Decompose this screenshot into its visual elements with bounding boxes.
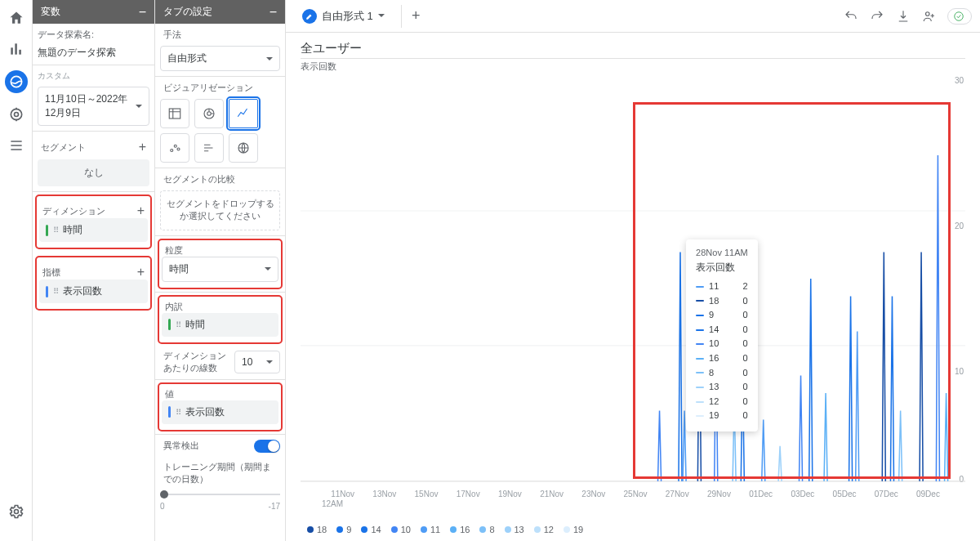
svg-point-12 xyxy=(177,148,180,150)
breakdown-chip-time[interactable]: ⠿ 時間 xyxy=(162,313,278,337)
variables-panel-title: 変数 xyxy=(41,5,60,19)
x-axis-ticks: 11Nov13Nov15Nov17Nov19Nov21Nov23Nov25Nov… xyxy=(322,490,949,499)
tooltip-row: 112 xyxy=(696,279,748,294)
breakdown-chip-label: 時間 xyxy=(185,318,205,332)
metric-chip-impressions[interactable]: ⠿ 表示回数 xyxy=(39,279,148,303)
svg-point-6 xyxy=(14,510,18,514)
x-tick: 15Nov xyxy=(405,490,447,499)
segments-none-card[interactable]: なし xyxy=(38,159,149,186)
legend-item[interactable]: 12 xyxy=(534,525,554,534)
value-chip-impressions[interactable]: ⠿ 表示回数 xyxy=(162,400,278,424)
training-period-slider[interactable] xyxy=(160,494,280,495)
metric-chip-label: 表示回数 xyxy=(63,284,102,298)
legend-item[interactable]: 9 xyxy=(336,525,351,534)
date-range-picker[interactable]: 11月10日～2022年12月9日 xyxy=(38,87,149,126)
granularity-select[interactable]: 時間 xyxy=(162,257,278,282)
redo-button[interactable] xyxy=(869,8,885,25)
x-tick: 19Nov xyxy=(489,490,531,499)
viz-scatter-button[interactable] xyxy=(160,133,189,163)
edit-icon xyxy=(302,9,317,24)
share-button[interactable] xyxy=(921,8,938,25)
x-tick: 17Nov xyxy=(448,490,489,499)
sampling-status-chip[interactable] xyxy=(947,8,972,25)
x-tick: 23Nov xyxy=(572,490,614,499)
legend-item[interactable]: 16 xyxy=(450,525,470,534)
viz-donut-button[interactable] xyxy=(194,99,224,128)
anomaly-detection-toggle[interactable] xyxy=(254,440,280,453)
segment-compare-label: セグメントの比較 xyxy=(160,173,280,186)
chevron-down-icon xyxy=(378,14,385,20)
chip-accent xyxy=(168,406,171,418)
granularity-label: 粒度 xyxy=(162,244,278,257)
svg-point-14 xyxy=(926,11,930,16)
legend-item[interactable]: 19 xyxy=(564,525,583,534)
add-metric-button[interactable]: + xyxy=(137,265,145,279)
exploration-name[interactable]: 無題のデータ探索 xyxy=(38,46,149,60)
chart-subtitle: 表示回数 xyxy=(301,60,965,73)
legend-item[interactable]: 10 xyxy=(391,525,411,534)
x-tick: 29Nov xyxy=(698,490,740,499)
x-tick: 27Nov xyxy=(657,490,698,499)
undo-button[interactable] xyxy=(843,8,859,25)
viz-table-button[interactable] xyxy=(160,99,189,128)
lines-per-dim-select[interactable]: 10 xyxy=(234,351,280,373)
canvas-tab-name: 自由形式 1 xyxy=(322,9,373,24)
drag-handle-icon[interactable]: ⠿ xyxy=(176,408,180,417)
x-tick: 13Nov xyxy=(363,490,405,499)
chart-plot-area[interactable]: 30 20 10 0 xyxy=(301,76,965,516)
nav-home-icon[interactable] xyxy=(7,8,26,28)
visualization-label: ビジュアリゼーション xyxy=(160,82,280,94)
drag-handle-icon[interactable]: ⠿ xyxy=(176,320,180,329)
viz-bar-button[interactable] xyxy=(194,133,224,163)
tooltip-metric: 表示回数 xyxy=(696,261,748,275)
dimensions-section-header: ディメンション + xyxy=(39,200,148,218)
drag-handle-icon[interactable]: ⠿ xyxy=(53,226,58,235)
x-tick: 03Dec xyxy=(782,490,823,499)
slider-max: -17 xyxy=(269,502,280,511)
legend-item[interactable]: 13 xyxy=(505,525,524,534)
x-tick: 21Nov xyxy=(531,490,572,499)
segments-section-header: セグメント + xyxy=(38,136,149,154)
drag-handle-icon[interactable]: ⠿ xyxy=(53,287,58,296)
nav-settings-icon[interactable] xyxy=(7,502,26,521)
variables-panel-header[interactable]: 変数 − xyxy=(33,0,154,24)
add-dimension-button[interactable]: + xyxy=(137,203,145,218)
viz-geo-button[interactable] xyxy=(229,133,258,163)
chart-tooltip: 28Nov 11AM 表示回数 112180901401001608013012… xyxy=(686,239,758,431)
x-tick: 09Dec xyxy=(907,490,949,499)
dimension-chip-time[interactable]: ⠿ 時間 xyxy=(39,218,148,242)
svg-point-11 xyxy=(174,145,176,147)
legend-item[interactable]: 18 xyxy=(307,525,327,534)
nav-reports-icon[interactable] xyxy=(7,39,26,59)
segment-compare-dropzone[interactable]: セグメントをドロップするか選択してください xyxy=(160,190,280,230)
tooltip-row: 130 xyxy=(696,380,748,395)
legend-item[interactable]: 14 xyxy=(361,525,381,534)
dimensions-label: ディメンション xyxy=(42,205,105,217)
chart-legend: 189141011168131219 xyxy=(301,516,965,534)
nav-configure-icon[interactable] xyxy=(7,136,26,155)
viz-line-button[interactable] xyxy=(229,99,258,128)
legend-item[interactable]: 11 xyxy=(421,525,440,534)
download-button[interactable] xyxy=(895,8,911,25)
add-segment-button[interactable]: + xyxy=(139,140,146,154)
canvas-topbar: 自由形式 1 + xyxy=(286,0,980,33)
tab-settings-header[interactable]: タブの設定 − xyxy=(155,0,285,24)
slider-min: 0 xyxy=(160,502,165,511)
left-navbar xyxy=(0,0,33,541)
dimension-chip-label: 時間 xyxy=(63,223,82,237)
technique-label: 手法 xyxy=(160,29,280,41)
nav-advertising-icon[interactable] xyxy=(7,105,26,124)
legend-item[interactable]: 8 xyxy=(479,525,494,534)
metrics-label: 指標 xyxy=(42,266,60,279)
canvas-tab[interactable]: 自由形式 1 xyxy=(294,6,393,27)
add-tab-button[interactable]: + xyxy=(401,5,424,28)
metrics-section-header: 指標 + xyxy=(39,262,148,279)
collapse-icon: − xyxy=(139,8,146,16)
chip-accent xyxy=(46,225,48,236)
date-custom-label: カスタム xyxy=(38,70,149,82)
nav-explore-icon[interactable] xyxy=(5,70,28,93)
technique-select[interactable]: 自由形式 xyxy=(160,46,280,71)
tab-settings-panel: タブの設定 − 手法 自由形式 ビジュアリゼーション セグメントの比較 セグメン… xyxy=(155,0,286,541)
x-tick: 25Nov xyxy=(614,490,656,499)
tooltip-timestamp: 28Nov 11AM xyxy=(696,248,748,257)
